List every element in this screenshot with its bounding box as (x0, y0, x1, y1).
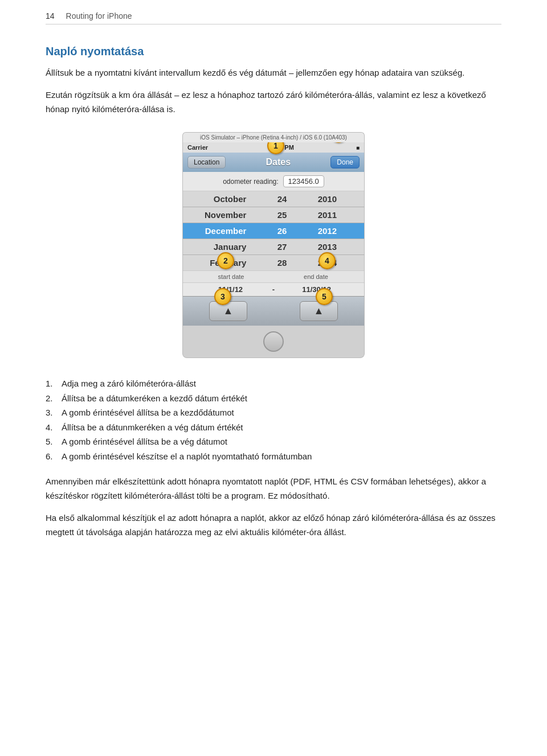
paragraph-1: Állítsuk be a nyomtatni kívánt intervall… (46, 66, 501, 80)
list-item-4: 4. Állítsa be a dátunmkeréken a vég dátu… (46, 420, 501, 435)
picker-row-october: October 24 2010 (183, 191, 364, 207)
nav-bar: Location Dates Done (183, 153, 364, 172)
screenshot-container: iOS Simulator – iPhone (Retina 4-inch) /… (46, 132, 501, 358)
list-item-1: 1. Adja meg a záró kilóméteróra-állást (46, 376, 501, 391)
simulator-bar: iOS Simulator – iPhone (Retina 4-inch) /… (182, 132, 365, 142)
picker-row-february: February 28 2014 (183, 255, 364, 270)
picker-row-december: December 26 2012 (183, 223, 364, 239)
odometer-value[interactable]: 123456.0 (283, 175, 324, 187)
toolbar-up-button[interactable]: ▲ (209, 301, 248, 321)
header-title: Routing for iPhone (66, 11, 132, 20)
page-number: 14 (46, 11, 55, 20)
odometer-label: odometer reading: (223, 178, 278, 186)
list-item-6: 6. A gomb érintésével készítse el a napl… (46, 449, 501, 464)
home-button[interactable] (263, 331, 284, 352)
month-november: November (195, 210, 246, 220)
iphone-home-area (182, 326, 365, 358)
list-item-5: 5. A gomb érintésével állítsa be a vég d… (46, 434, 501, 449)
month-january: January (195, 242, 246, 252)
section-heading: Napló nyomtatása (46, 45, 501, 58)
paragraph-3: Amennyiben már elkészítettünk adott hóna… (46, 475, 501, 503)
picker-row-january: January 27 2013 (183, 239, 364, 254)
back-button[interactable]: Location (187, 156, 226, 169)
paragraph-4: Ha első alkalommal készítjük el az adott… (46, 511, 501, 540)
paragraph-2: Ezután rögzítsük a km óra állását – ez l… (46, 88, 501, 117)
date-picker[interactable]: October 24 2010 November 25 2011 Decem (183, 191, 364, 270)
end-date-label: end date (274, 273, 358, 280)
date-labels-row: start date end date (183, 270, 364, 283)
odometer-row: odometer reading: 123456.0 (183, 172, 364, 191)
picker-row-november: November 25 2011 (183, 207, 364, 223)
list-item-2: 2. Állítsa be a dátumkeréken a kezdő dát… (46, 391, 501, 406)
date-values-row: 11/1/12 - 11/30/12 (183, 283, 364, 296)
nav-title: Dates (266, 157, 291, 167)
month-october: October (195, 194, 246, 204)
month-december: December (195, 226, 246, 236)
iphone-mockup: iOS Simulator – iPhone (Retina 4-inch) /… (182, 132, 365, 358)
signal-icon: ■ (356, 145, 360, 151)
iphone-screen: Carrier 6:07 PM ■ Location Dates Done od… (182, 142, 365, 326)
list-item-3: 3. A gomb érintésével állítsa be a kezdő… (46, 405, 501, 420)
bottom-toolbar: ▲ ▲ 3 5 (183, 296, 364, 326)
carrier-label: Carrier (187, 144, 208, 151)
page-header: 14 Routing for iPhone (46, 11, 501, 24)
done-button[interactable]: Done (330, 156, 360, 169)
page: 14 Routing for iPhone Napló nyomtatása Á… (0, 0, 547, 756)
instruction-list: 1. Adja meg a záró kilóméteróra-állást 2… (46, 376, 501, 463)
start-date-label: start date (189, 273, 274, 280)
toolbar-up-button-2[interactable]: ▲ (300, 301, 338, 321)
